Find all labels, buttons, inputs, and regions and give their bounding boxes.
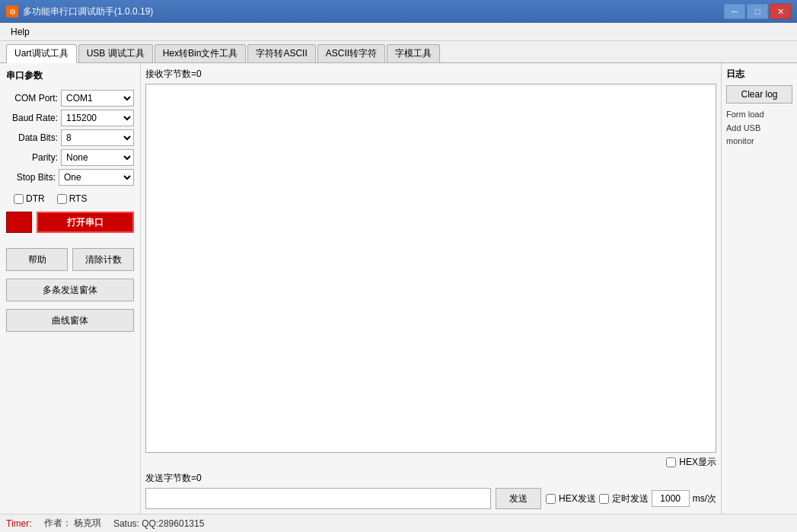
open-port-row: 打开串口 bbox=[6, 212, 134, 233]
data-bits-label: Data Bits: bbox=[6, 132, 58, 143]
port-status-indicator bbox=[6, 212, 32, 233]
com-port-row: COM Port: COM1COM2COM3COM4 bbox=[6, 90, 134, 107]
send-input[interactable] bbox=[145, 488, 491, 509]
data-bits-select[interactable]: 5678 bbox=[61, 129, 134, 146]
dtr-label: DTR bbox=[26, 193, 45, 204]
maximize-button[interactable]: □ bbox=[747, 4, 768, 19]
baud-rate-label: Baud Rate: bbox=[6, 113, 58, 123]
tab-uart[interactable]: Uart调试工具 bbox=[6, 44, 77, 63]
com-port-label: COM Port: bbox=[6, 93, 58, 104]
parity-label: Parity: bbox=[6, 152, 58, 163]
data-bits-row: Data Bits: 5678 bbox=[6, 129, 134, 146]
hex-send-checkbox[interactable] bbox=[546, 494, 556, 504]
hex-display-label: HEX显示 bbox=[679, 456, 716, 469]
rts-label: RTS bbox=[69, 193, 88, 204]
app-icon: ⚙ bbox=[6, 5, 18, 18]
multi-send-button[interactable]: 多条发送窗体 bbox=[6, 279, 134, 301]
baud-rate-select[interactable]: 9600192003840057600115200 bbox=[61, 110, 134, 126]
dtr-checkbox-item: DTR bbox=[14, 193, 45, 204]
help-clear-row: 帮助 清除计数 bbox=[6, 245, 134, 271]
menu-help[interactable]: Help bbox=[5, 25, 36, 39]
send-button[interactable]: 发送 bbox=[496, 488, 541, 509]
curve-button[interactable]: 曲线窗体 bbox=[6, 309, 134, 332]
status-bar: Timer: 作者： 杨克琪 Satus: QQ:289601315 bbox=[0, 514, 797, 532]
log-item-0: Form load bbox=[726, 108, 792, 122]
parity-select[interactable]: NoneOddEven bbox=[61, 149, 134, 166]
window-title: 多功能串行口调试助手(1.0.0.19) bbox=[23, 5, 719, 18]
timed-unit-label: ms/次 bbox=[693, 492, 716, 505]
timed-send-checkbox[interactable] bbox=[599, 494, 609, 504]
tab-font[interactable]: 字模工具 bbox=[387, 44, 440, 62]
send-options: HEX发送 定时发送 ms/次 bbox=[546, 490, 716, 507]
window-controls: ─ □ ✕ bbox=[724, 4, 791, 19]
stop-bits-select[interactable]: OneTwoOnePointFive bbox=[59, 169, 134, 186]
dtr-checkbox[interactable] bbox=[14, 194, 24, 204]
tab-hex-bin[interactable]: Hex转Bin文件工具 bbox=[155, 44, 247, 62]
receive-label: 接收字节数=0 bbox=[145, 68, 716, 81]
tab-ascii-char[interactable]: ASCII转字符 bbox=[317, 44, 385, 62]
send-row: 发送 HEX发送 定时发送 ms/次 bbox=[145, 488, 716, 509]
com-port-select[interactable]: COM1COM2COM3COM4 bbox=[61, 90, 134, 107]
log-item-2: monitor bbox=[726, 135, 792, 148]
tabs-bar: Uart调试工具 USB 调试工具 Hex转Bin文件工具 字符转ASCII A… bbox=[0, 41, 797, 63]
open-port-button[interactable]: 打开串口 bbox=[37, 212, 134, 233]
menu-bar: Help bbox=[0, 23, 797, 41]
baud-rate-row: Baud Rate: 9600192003840057600115200 bbox=[6, 110, 134, 126]
dtr-rts-row: DTR RTS bbox=[6, 193, 134, 204]
clear-log-button[interactable]: Clear log bbox=[726, 85, 792, 104]
timed-send-label: 定时发送 bbox=[612, 492, 649, 505]
send-label: 发送字节数=0 bbox=[145, 472, 716, 485]
parity-row: Parity: NoneOddEven bbox=[6, 149, 134, 166]
hex-display-checkbox[interactable] bbox=[666, 457, 676, 467]
clear-count-button[interactable]: 清除计数 bbox=[72, 248, 134, 271]
receive-area[interactable] bbox=[145, 84, 716, 453]
stop-bits-row: Stop Bits: OneTwoOnePointFive bbox=[6, 169, 134, 186]
hex-send-label: HEX发送 bbox=[559, 492, 596, 505]
log-item-1: Add USB bbox=[726, 122, 792, 135]
log-title: 日志 bbox=[726, 68, 792, 81]
timer-label: Timer: bbox=[6, 518, 32, 529]
left-panel: 串口参数 COM Port: COM1COM2COM3COM4 Baud Rat… bbox=[0, 63, 141, 514]
center-panel: 接收字节数=0 HEX显示 发送字节数=0 发送 HEX发送 定时发送 ms/次 bbox=[141, 63, 721, 514]
log-content: Form load Add USB monitor bbox=[726, 108, 792, 148]
serial-params: COM Port: COM1COM2COM3COM4 Baud Rate: 96… bbox=[6, 90, 134, 186]
title-bar: ⚙ 多功能串行口调试助手(1.0.0.19) ─ □ ✕ bbox=[0, 0, 797, 23]
timed-value-input[interactable] bbox=[652, 490, 690, 507]
main-content: 串口参数 COM Port: COM1COM2COM3COM4 Baud Rat… bbox=[0, 63, 797, 514]
author-label: 作者： 杨克琪 bbox=[44, 517, 101, 530]
close-button[interactable]: ✕ bbox=[770, 4, 791, 19]
status-qq-label: Satus: QQ:289601315 bbox=[113, 518, 204, 529]
right-panel: 日志 Clear log Form load Add USB monitor bbox=[721, 63, 797, 514]
rts-checkbox-item: RTS bbox=[57, 193, 88, 204]
minimize-button[interactable]: ─ bbox=[724, 4, 745, 19]
hex-display-row: HEX显示 bbox=[145, 453, 716, 472]
tab-usb[interactable]: USB 调试工具 bbox=[78, 44, 153, 62]
stop-bits-label: Stop Bits: bbox=[6, 172, 56, 183]
rts-checkbox[interactable] bbox=[57, 194, 67, 204]
serial-params-title: 串口参数 bbox=[6, 69, 134, 82]
tab-char-ascii[interactable]: 字符转ASCII bbox=[247, 44, 315, 62]
help-button[interactable]: 帮助 bbox=[6, 248, 68, 271]
